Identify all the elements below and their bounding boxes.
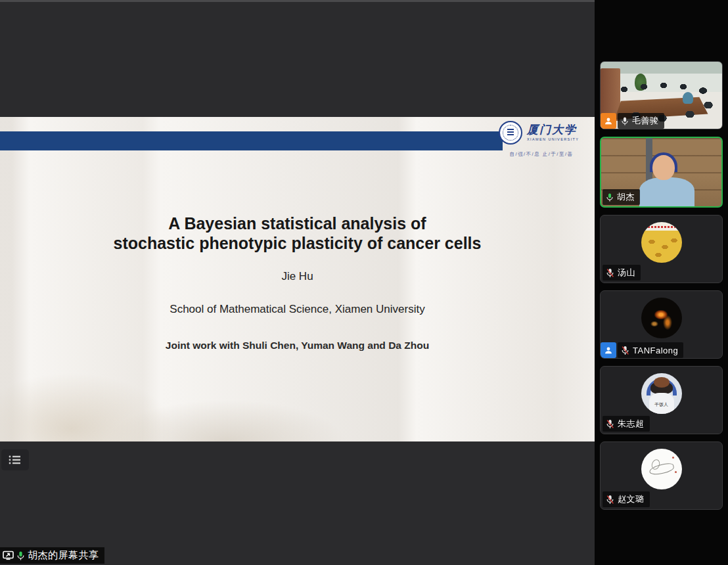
participant-name: 毛善骏 bbox=[632, 115, 659, 127]
slide-title-line1: A Bayesian statistical analysis of bbox=[0, 214, 595, 234]
video-scene-face bbox=[652, 155, 675, 180]
meeting-window: 厦门大学 XIAMEN UNIVERSITY 自/强/不/息 止/于/至/善 A… bbox=[0, 0, 728, 565]
mic-speaking-icon bbox=[606, 192, 614, 202]
avatar-cartoon-person: 干饭人 bbox=[641, 373, 682, 414]
video-scene-torso bbox=[639, 177, 694, 208]
mic-muted-icon bbox=[606, 419, 614, 429]
mic-on-icon bbox=[621, 116, 629, 126]
member-badge-icon bbox=[601, 113, 616, 129]
participant-name: 胡杰 bbox=[617, 191, 635, 203]
participant-name: TANFalong bbox=[633, 346, 678, 355]
window-top-edge bbox=[0, 0, 595, 2]
mic-muted-icon bbox=[606, 268, 614, 278]
participant-name: 朱志超 bbox=[618, 418, 645, 430]
member-badge-icon bbox=[601, 342, 616, 358]
avatar-ink-sketch bbox=[641, 449, 682, 489]
slide-author: Jie Hu bbox=[0, 270, 595, 283]
xmu-logo: 厦门大学 XIAMEN UNIVERSITY 自/强/不/息 止/于/至/善 bbox=[499, 121, 584, 158]
avatar-art bbox=[654, 377, 670, 388]
participant-tile-maoshanjun[interactable]: 毛善骏 bbox=[600, 61, 723, 129]
participant-tile-hujie[interactable]: 胡杰 bbox=[600, 137, 723, 208]
participant-tile-zhuzhichao[interactable]: 干饭人 朱志超 bbox=[600, 366, 723, 434]
avatar-fire-dragon bbox=[641, 298, 682, 338]
slide-title: A Bayesian statistical analysis of stoch… bbox=[0, 214, 595, 253]
avatar-pasta bbox=[641, 222, 682, 263]
list-menu-button[interactable] bbox=[1, 449, 29, 470]
avatar-art bbox=[672, 457, 674, 459]
xmu-seal-icon bbox=[499, 121, 522, 145]
xmu-motto: 自/强/不/息 止/于/至/善 bbox=[499, 151, 584, 158]
bulleted-list-icon bbox=[8, 454, 22, 466]
participant-name: 汤山 bbox=[618, 267, 635, 279]
mic-muted-icon bbox=[621, 346, 629, 355]
presentation-slide: 厦门大学 XIAMEN UNIVERSITY 自/强/不/息 止/于/至/善 A… bbox=[0, 117, 595, 441]
slide-joint-work: Joint work with Shuli Chen, Yuman Wang a… bbox=[0, 340, 595, 351]
screen-share-icon bbox=[3, 551, 14, 560]
participant-tile-zhaowenlu[interactable]: 赵文璐 bbox=[600, 441, 723, 510]
slide-affiliation: School of Mathematical Science, Xiamen U… bbox=[0, 303, 595, 316]
xmu-name-zh: 厦门大学 bbox=[527, 124, 579, 135]
avatar-shirt-text: 干饭人 bbox=[649, 393, 674, 414]
screen-share-status[interactable]: 胡杰的屏幕共享 bbox=[0, 547, 104, 564]
participant-tile-tangshan[interactable]: 汤山 bbox=[600, 215, 723, 283]
avatar-art bbox=[675, 471, 677, 473]
participant-tile-tanfalong[interactable]: TANFalong bbox=[600, 290, 723, 359]
xmu-name-en: XIAMEN UNIVERSITY bbox=[527, 137, 579, 141]
screen-share-area: 厦门大学 XIAMEN UNIVERSITY 自/强/不/息 止/于/至/善 A… bbox=[0, 0, 595, 565]
screen-share-label: 胡杰的屏幕共享 bbox=[28, 549, 99, 562]
participant-name: 赵文璐 bbox=[618, 493, 645, 505]
video-scene-person bbox=[683, 92, 693, 104]
slide-top-accent-bar bbox=[0, 131, 503, 150]
mic-muted-icon bbox=[606, 495, 614, 505]
participants-sidebar: 毛善骏 bbox=[595, 0, 728, 565]
slide-title-line2: stochastic phenotypic plasticity of canc… bbox=[0, 234, 595, 254]
mic-active-icon bbox=[16, 551, 25, 561]
